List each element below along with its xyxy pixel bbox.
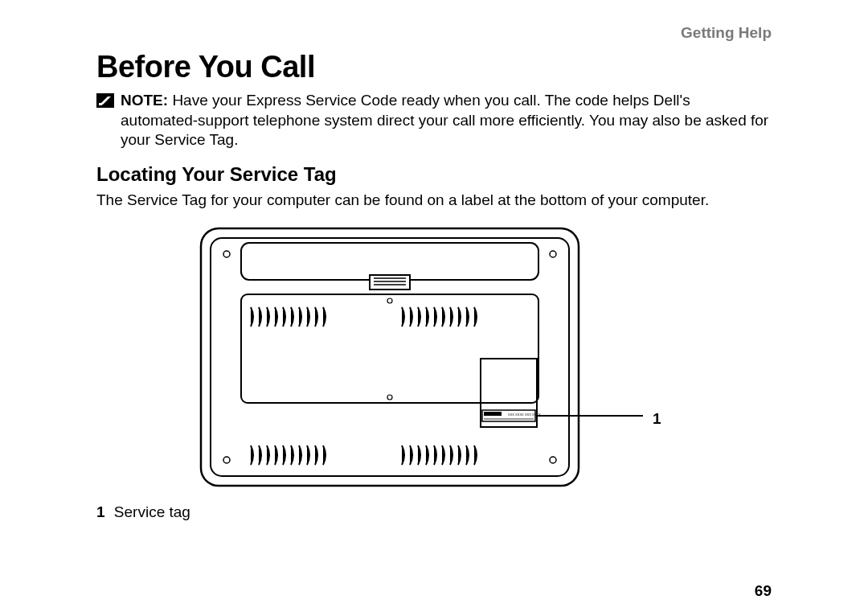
note-icon (96, 93, 114, 108)
svg-rect-3 (211, 238, 569, 476)
svg-rect-9 (241, 294, 538, 403)
figure-legend: 1 Service tag (96, 503, 772, 521)
svg-point-17 (550, 251, 556, 257)
legend-number: 1 (96, 503, 105, 520)
header-section: Getting Help (96, 24, 772, 42)
figure: XXX XXXX XXX XXXX 1 (193, 220, 772, 497)
note-label: NOTE: (121, 92, 168, 109)
svg-point-18 (223, 457, 230, 463)
body-text: The Service Tag for your computer can be… (96, 191, 772, 211)
svg-rect-2 (201, 228, 579, 486)
svg-point-20 (387, 298, 392, 303)
legend-text: Service tag (114, 503, 190, 520)
svg-rect-1 (99, 103, 102, 105)
svg-text:XXX XXXX XXX XXXX: XXX XXXX XXX XXXX (508, 413, 541, 417)
svg-point-19 (550, 457, 556, 463)
note-text: NOTE: Have your Express Service Code rea… (121, 91, 772, 150)
page-title: Before You Call (96, 50, 772, 84)
laptop-bottom-illustration: XXX XXXX XXX XXXX (193, 220, 643, 494)
svg-rect-5 (370, 275, 410, 290)
subheading: Locating Your Service Tag (96, 163, 772, 186)
note-body: Have your Express Service Code ready whe… (121, 92, 768, 148)
svg-rect-12 (484, 412, 502, 416)
note-block: NOTE: Have your Express Service Code rea… (96, 91, 772, 150)
svg-point-21 (387, 395, 392, 400)
svg-point-16 (223, 251, 230, 257)
page-number: 69 (755, 582, 772, 600)
figure-callout-number: 1 (653, 410, 661, 428)
